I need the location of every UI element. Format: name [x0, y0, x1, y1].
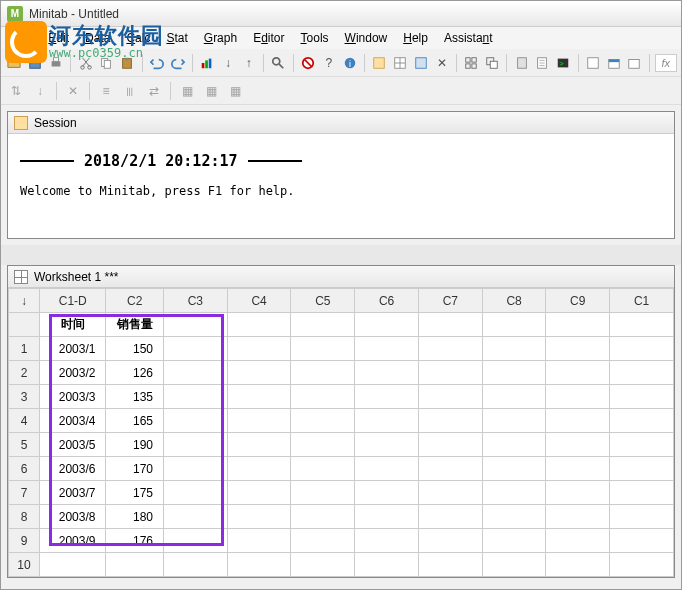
sort-asc-icon[interactable]: ↓: [29, 80, 51, 102]
data-cell[interactable]: [291, 433, 355, 457]
data-cell[interactable]: [482, 361, 546, 385]
row-header[interactable]: 9: [9, 529, 40, 553]
data-cell[interactable]: [482, 529, 546, 553]
data-cell[interactable]: 2003/2: [40, 361, 106, 385]
data-cell[interactable]: [546, 457, 610, 481]
data-cell[interactable]: [291, 481, 355, 505]
data-cell[interactable]: [355, 337, 419, 361]
insert-cell-icon[interactable]: ▦: [176, 80, 198, 102]
data-cell[interactable]: [610, 481, 674, 505]
data-cell[interactable]: 2003/4: [40, 409, 106, 433]
data-cell[interactable]: [610, 433, 674, 457]
data-cell[interactable]: [482, 385, 546, 409]
row-header[interactable]: 8: [9, 505, 40, 529]
data-cell[interactable]: [227, 409, 291, 433]
delete-cell-icon[interactable]: ▦: [200, 80, 222, 102]
data-cell[interactable]: [355, 529, 419, 553]
calculator-icon[interactable]: [512, 52, 531, 74]
clear-icon[interactable]: ✕: [62, 80, 84, 102]
data-cell[interactable]: [546, 505, 610, 529]
data-cell[interactable]: [164, 481, 228, 505]
col-name-cell[interactable]: [227, 313, 291, 337]
data-cell[interactable]: [164, 457, 228, 481]
data-cell[interactable]: [610, 337, 674, 361]
data-cell[interactable]: [546, 361, 610, 385]
col-header[interactable]: C1: [610, 289, 674, 313]
data-cell[interactable]: 190: [106, 433, 164, 457]
data-cell[interactable]: [418, 337, 482, 361]
notepad-icon[interactable]: [533, 52, 552, 74]
data-cell[interactable]: [418, 433, 482, 457]
col-name-cell[interactable]: [355, 313, 419, 337]
data-cell[interactable]: [482, 433, 546, 457]
session-icon[interactable]: [370, 52, 389, 74]
data-cell[interactable]: [482, 457, 546, 481]
col-header[interactable]: C1-D: [40, 289, 106, 313]
data-cell[interactable]: [291, 505, 355, 529]
close-win-icon[interactable]: ✕: [432, 52, 451, 74]
menu-help[interactable]: Help: [395, 29, 436, 47]
data-cell[interactable]: [355, 481, 419, 505]
data-cell[interactable]: [546, 553, 610, 577]
format-icon[interactable]: ▦: [224, 80, 246, 102]
find-icon[interactable]: [269, 52, 288, 74]
data-cell[interactable]: [227, 361, 291, 385]
data-cell[interactable]: [546, 433, 610, 457]
insert-row-icon[interactable]: ≡: [95, 80, 117, 102]
data-cell[interactable]: [355, 361, 419, 385]
data-cell[interactable]: [418, 553, 482, 577]
col-header[interactable]: C8: [482, 289, 546, 313]
data-cell[interactable]: [164, 385, 228, 409]
data-cell[interactable]: [418, 457, 482, 481]
data-cell[interactable]: [610, 553, 674, 577]
data-cell[interactable]: [291, 553, 355, 577]
data-cell[interactable]: 170: [106, 457, 164, 481]
data-cell[interactable]: [482, 553, 546, 577]
col-header[interactable]: C4: [227, 289, 291, 313]
menu-window[interactable]: Window: [337, 29, 396, 47]
panel-splitter[interactable]: [1, 245, 681, 265]
col-header[interactable]: C9: [546, 289, 610, 313]
data-cell[interactable]: [227, 433, 291, 457]
data-cell[interactable]: [291, 409, 355, 433]
data-cell[interactable]: [355, 457, 419, 481]
data-cell[interactable]: [482, 505, 546, 529]
data-cell[interactable]: [227, 385, 291, 409]
data-cell[interactable]: [610, 529, 674, 553]
graph-win-icon[interactable]: [411, 52, 430, 74]
sort-icon[interactable]: ⇅: [5, 80, 27, 102]
row-header[interactable]: 5: [9, 433, 40, 457]
data-cell[interactable]: [291, 361, 355, 385]
row-header[interactable]: 10: [9, 553, 40, 577]
command-icon[interactable]: >_: [554, 52, 573, 74]
data-cell[interactable]: [546, 337, 610, 361]
move-icon[interactable]: ⇄: [143, 80, 165, 102]
worksheet-icon[interactable]: [391, 52, 410, 74]
data-cell[interactable]: [610, 385, 674, 409]
data-cell[interactable]: 150: [106, 337, 164, 361]
data-cell[interactable]: 2003/9: [40, 529, 106, 553]
data-cell[interactable]: 2003/6: [40, 457, 106, 481]
data-cell[interactable]: [418, 361, 482, 385]
data-cell[interactable]: [546, 481, 610, 505]
cascade-icon[interactable]: [483, 52, 502, 74]
col-header[interactable]: C3: [164, 289, 228, 313]
data-cell[interactable]: [227, 337, 291, 361]
data-cell[interactable]: [546, 385, 610, 409]
stop-icon[interactable]: [299, 52, 318, 74]
formula-box[interactable]: fx: [655, 54, 678, 72]
data-cell[interactable]: [291, 337, 355, 361]
data-cell[interactable]: [164, 529, 228, 553]
menu-editor[interactable]: Editor: [245, 29, 292, 47]
data-cell[interactable]: 135: [106, 385, 164, 409]
data-cell[interactable]: [291, 385, 355, 409]
data-cell[interactable]: 2003/1: [40, 337, 106, 361]
menu-graph[interactable]: Graph: [196, 29, 245, 47]
data-cell[interactable]: [227, 529, 291, 553]
data-cell[interactable]: [355, 505, 419, 529]
col-name-cell[interactable]: [418, 313, 482, 337]
manage-icon[interactable]: [625, 52, 644, 74]
data-cell[interactable]: [164, 361, 228, 385]
data-cell[interactable]: 2003/3: [40, 385, 106, 409]
col-name-cell[interactable]: [610, 313, 674, 337]
